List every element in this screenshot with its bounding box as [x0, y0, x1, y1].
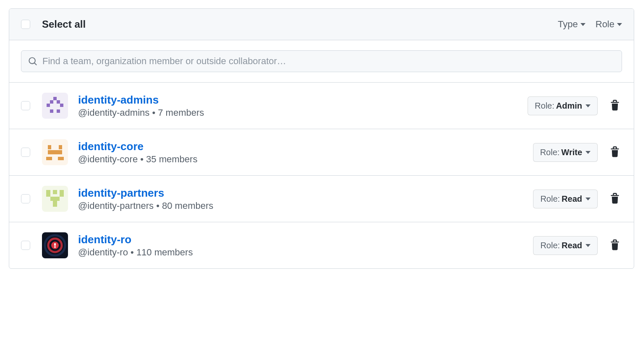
trash-icon: [609, 239, 620, 252]
row-checkbox[interactable]: [21, 194, 30, 203]
type-filter-label: Type: [558, 19, 578, 30]
delete-button[interactable]: [608, 191, 622, 207]
team-handle: @identity-admins: [78, 107, 149, 118]
team-members: 35 members: [146, 154, 197, 164]
access-panel: Select all Type Role identity-admins@ide…: [9, 8, 634, 269]
svg-rect-5: [60, 104, 63, 107]
select-all-label: Select all: [42, 18, 548, 30]
role-dropdown-button[interactable]: Role:Admin: [528, 96, 598, 115]
svg-rect-6: [50, 109, 53, 113]
team-meta: @identity-partners • 80 members: [78, 200, 533, 211]
role-dropdown-button[interactable]: Role:Read: [533, 190, 598, 208]
delete-button[interactable]: [608, 238, 622, 253]
role-value: Write: [561, 148, 582, 157]
search-icon: [28, 57, 37, 66]
delete-button[interactable]: [608, 145, 622, 160]
role-prefix: Role:: [540, 194, 560, 204]
select-all-checkbox[interactable]: [21, 20, 30, 29]
team-info: identity-ro@identity-ro • 110 members: [78, 233, 533, 258]
team-info: identity-core@identity-core • 35 members: [78, 140, 533, 165]
team-members: 110 members: [136, 247, 193, 257]
row-checkbox[interactable]: [21, 101, 30, 110]
row-checkbox[interactable]: [21, 241, 30, 250]
type-filter-button[interactable]: Type: [558, 17, 585, 31]
team-row: identity-partners@identity-partners • 80…: [9, 176, 634, 222]
search-row: [9, 40, 634, 83]
team-name-link[interactable]: identity-core: [78, 140, 144, 153]
team-members: 80 members: [162, 200, 213, 211]
team-avatar: [42, 139, 68, 165]
svg-rect-0: [42, 93, 68, 119]
team-handle: @identity-core: [78, 154, 138, 164]
panel-header: Select all Type Role: [9, 9, 634, 40]
svg-rect-13: [58, 157, 64, 160]
row-checkbox[interactable]: [21, 148, 30, 157]
role-value: Admin: [556, 101, 582, 111]
caret-down-icon: [580, 23, 585, 26]
svg-rect-24: [54, 243, 56, 246]
caret-down-icon: [585, 104, 591, 107]
team-list: identity-admins@identity-admins • 7 memb…: [9, 83, 634, 268]
search-input[interactable]: [42, 56, 615, 67]
delete-button[interactable]: [608, 98, 622, 114]
team-name-link[interactable]: identity-admins: [78, 94, 159, 107]
team-meta: @identity-ro • 110 members: [78, 247, 533, 258]
team-avatar: [42, 232, 68, 258]
team-row: identity-core@identity-core • 35 members…: [9, 129, 634, 176]
team-avatar: [42, 186, 68, 212]
svg-rect-1: [53, 97, 57, 100]
svg-rect-3: [57, 100, 60, 104]
svg-rect-15: [46, 190, 50, 197]
svg-rect-2: [50, 100, 53, 104]
svg-rect-7: [57, 109, 60, 113]
team-name-link[interactable]: identity-partners: [78, 187, 164, 200]
role-prefix: Role:: [535, 101, 554, 111]
team-info: identity-admins@identity-admins • 7 memb…: [78, 94, 528, 118]
team-name-link[interactable]: identity-ro: [78, 233, 131, 246]
team-meta: @identity-admins • 7 members: [78, 107, 528, 118]
team-meta: @identity-core • 35 members: [78, 154, 533, 165]
role-filter-label: Role: [596, 19, 614, 30]
role-prefix: Role:: [540, 148, 560, 157]
caret-down-icon: [585, 151, 591, 154]
svg-rect-4: [47, 104, 50, 107]
role-prefix: Role:: [540, 241, 560, 250]
caret-down-icon: [585, 244, 591, 247]
team-members: 7 members: [158, 107, 204, 118]
svg-rect-11: [48, 150, 62, 154]
trash-icon: [609, 100, 620, 112]
svg-rect-12: [46, 157, 52, 160]
svg-rect-18: [50, 197, 60, 201]
role-filter-button[interactable]: Role: [596, 17, 622, 31]
team-avatar: [42, 93, 68, 119]
svg-rect-17: [60, 190, 64, 197]
svg-rect-16: [53, 190, 57, 194]
svg-point-25: [54, 246, 56, 248]
caret-down-icon: [585, 198, 591, 200]
caret-down-icon: [617, 23, 622, 26]
svg-rect-9: [48, 145, 51, 149]
role-dropdown-button[interactable]: Role:Write: [533, 143, 598, 162]
role-dropdown-button[interactable]: Role:Read: [533, 236, 598, 255]
team-handle: @identity-partners: [78, 200, 154, 211]
team-handle: @identity-ro: [78, 247, 128, 257]
svg-rect-10: [59, 145, 62, 149]
search-box: [21, 50, 622, 72]
team-row: identity-ro@identity-ro • 110 membersRol…: [9, 222, 634, 268]
trash-icon: [609, 146, 620, 159]
team-row: identity-admins@identity-admins • 7 memb…: [9, 83, 634, 129]
team-info: identity-partners@identity-partners • 80…: [78, 187, 533, 211]
role-value: Read: [562, 194, 582, 204]
trash-icon: [609, 193, 620, 205]
role-value: Read: [562, 241, 582, 250]
svg-rect-19: [53, 201, 57, 207]
